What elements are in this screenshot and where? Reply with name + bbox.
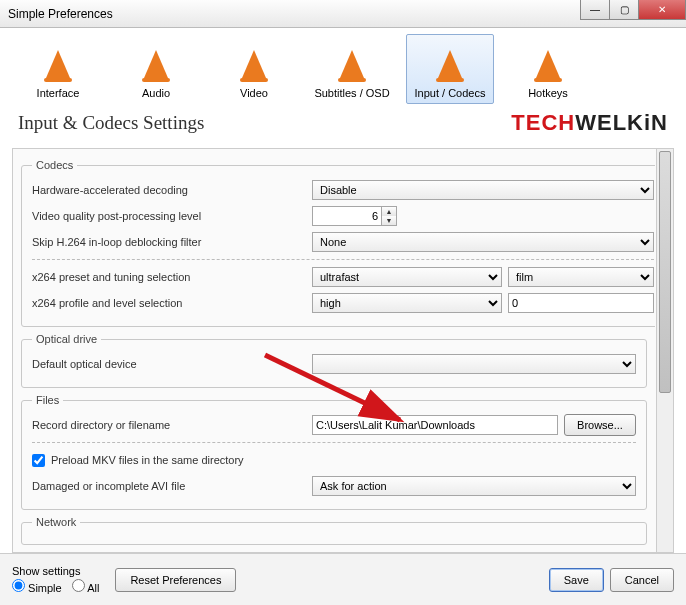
avi-label: Damaged or incomplete AVI file <box>32 480 312 492</box>
tab-label: Audio <box>142 87 170 99</box>
avi-select[interactable]: Ask for action <box>312 476 636 496</box>
codecs-legend: Codecs <box>32 159 77 171</box>
vq-input[interactable] <box>312 206 382 226</box>
files-group: Files Record directory or filename Brows… <box>21 394 647 510</box>
hw-decode-select[interactable]: Disable <box>312 180 654 200</box>
tab-label: Interface <box>37 87 80 99</box>
maximize-button[interactable]: ▢ <box>609 0 639 20</box>
tab-subtitles[interactable]: Subtitles / OSD <box>308 34 396 104</box>
codecs-group: Codecs Hardware-accelerated decoding Dis… <box>21 159 655 327</box>
show-settings-label: Show settings <box>12 565 99 577</box>
prefs-tabs: Interface Audio Video Subtitles / OSD In… <box>0 28 686 104</box>
optical-legend: Optical drive <box>32 333 101 345</box>
network-group: Network <box>21 516 647 545</box>
preload-checkbox[interactable] <box>32 454 45 467</box>
optical-group: Optical drive Default optical device <box>21 333 647 388</box>
preset-select[interactable]: ultrafast <box>312 267 502 287</box>
film-cone-icon <box>235 45 273 83</box>
cancel-button[interactable]: Cancel <box>610 568 674 592</box>
simple-radio[interactable]: Simple <box>12 579 62 594</box>
footer-bar: Show settings Simple All Reset Preferenc… <box>0 553 686 605</box>
browse-button[interactable]: Browse... <box>564 414 636 436</box>
headphones-cone-icon <box>137 45 175 83</box>
vertical-scrollbar[interactable] <box>656 149 673 552</box>
brand-watermark: TECHWELKiN <box>511 110 668 136</box>
optical-label: Default optical device <box>32 358 312 370</box>
tab-hotkeys[interactable]: Hotkeys <box>504 34 592 104</box>
tune-select[interactable]: film <box>508 267 654 287</box>
level-input[interactable] <box>508 293 654 313</box>
profile-select[interactable]: high <box>312 293 502 313</box>
skip-label: Skip H.264 in-loop deblocking filter <box>32 236 312 248</box>
osd-cone-icon <box>333 45 371 83</box>
tab-label: Input / Codecs <box>415 87 486 99</box>
tab-label: Hotkeys <box>528 87 568 99</box>
vq-up-icon[interactable]: ▲ <box>382 207 396 216</box>
vq-down-icon[interactable]: ▼ <box>382 216 396 225</box>
preset-label: x264 preset and tuning selection <box>32 271 312 283</box>
files-legend: Files <box>32 394 63 406</box>
profile-label: x264 profile and level selection <box>32 297 312 309</box>
window-title: Simple Preferences <box>8 7 113 21</box>
plug-cone-icon <box>431 45 469 83</box>
all-radio[interactable]: All <box>72 579 100 594</box>
minimize-button[interactable]: — <box>580 0 610 20</box>
tab-input-codecs[interactable]: Input / Codecs <box>406 34 494 104</box>
page-title: Input & Codecs Settings <box>18 112 204 134</box>
save-button[interactable]: Save <box>549 568 604 592</box>
settings-scroll-area: Codecs Hardware-accelerated decoding Dis… <box>12 148 674 553</box>
titlebar: Simple Preferences — ▢ ✕ <box>0 0 686 28</box>
skip-select[interactable]: None <box>312 232 654 252</box>
close-button[interactable]: ✕ <box>638 0 686 20</box>
tab-video[interactable]: Video <box>210 34 298 104</box>
tab-label: Subtitles / OSD <box>314 87 389 99</box>
preload-label: Preload MKV files in the same directory <box>51 454 244 466</box>
scrollbar-thumb[interactable] <box>659 151 671 393</box>
reset-preferences-button[interactable]: Reset Preferences <box>115 568 236 592</box>
network-legend: Network <box>32 516 80 528</box>
cone-icon <box>39 45 77 83</box>
optical-select[interactable] <box>312 354 636 374</box>
hw-decode-label: Hardware-accelerated decoding <box>32 184 312 196</box>
record-label: Record directory or filename <box>32 419 312 431</box>
tab-audio[interactable]: Audio <box>112 34 200 104</box>
keyboard-cone-icon <box>529 45 567 83</box>
record-input[interactable] <box>312 415 558 435</box>
vq-label: Video quality post-processing level <box>32 210 312 222</box>
tab-label: Video <box>240 87 268 99</box>
tab-interface[interactable]: Interface <box>14 34 102 104</box>
